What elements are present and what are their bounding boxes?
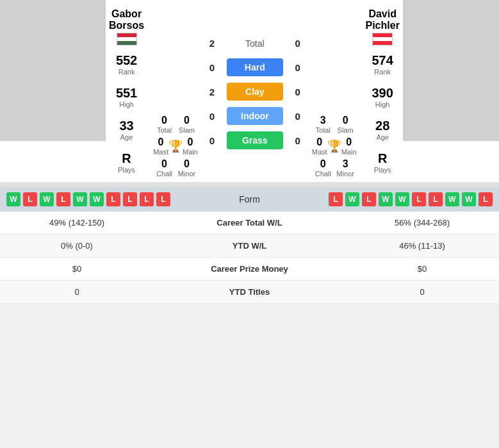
right-player-photo — [403, 0, 499, 141]
stats-row-right-value: 0 — [358, 287, 486, 297]
form-badge-right: L — [329, 192, 343, 206]
form-badge-right: L — [362, 192, 376, 206]
players-section: Gabor Borsos 552 Rank 551 High 33 Age R … — [0, 0, 499, 182]
stats-row-left-value: 49% (142-150) — [13, 218, 141, 228]
total-score-left: 2 — [204, 38, 220, 49]
right-flag-icon — [372, 33, 393, 46]
stats-row-label: YTD W/L — [141, 241, 358, 251]
main-container: Gabor Borsos 552 Rank 551 High 33 Age R … — [0, 0, 499, 304]
stats-row: $0Career Prize Money$0 — [0, 258, 499, 281]
left-plays: R Plays — [109, 146, 144, 179]
left-rank: 552 Rank — [109, 48, 144, 81]
indoor-score-left: 0 — [204, 111, 220, 122]
clay-row: 2 Clay 0 — [204, 83, 306, 101]
hard-button[interactable]: Hard — [227, 58, 283, 76]
stats-row: 49% (142-150)Career Total W/L56% (344-26… — [0, 212, 499, 235]
career-stats-container: 49% (142-150)Career Total W/L56% (344-26… — [0, 212, 499, 304]
form-badge-left: L — [156, 192, 170, 206]
left-high: 551 High — [109, 81, 144, 113]
hard-row: 0 Hard 0 — [204, 58, 306, 76]
form-badges-right: LWLWWLLWWL — [329, 192, 493, 206]
left-player-photo-block — [0, 0, 106, 182]
indoor-score-right: 0 — [290, 111, 306, 122]
right-trophy-icon: 🏆 — [327, 139, 341, 153]
form-badge-left: L — [106, 192, 120, 206]
grass-button[interactable]: Grass — [227, 131, 283, 149]
clay-score-right: 0 — [290, 87, 306, 97]
form-badge-right: W — [395, 192, 409, 206]
form-badge-left: L — [140, 192, 154, 206]
form-badge-left: L — [23, 192, 37, 206]
total-score-right: 0 — [290, 38, 306, 49]
stats-row-label: Career Prize Money — [141, 264, 358, 274]
stats-row-left-value: 0% (0-0) — [13, 241, 141, 251]
total-row: 2 Total 0 — [204, 38, 306, 49]
right-info-block: David Pichler 574 Rank 390 High 28 Age R… — [363, 0, 403, 182]
stats-row: 0% (0-0)YTD W/L46% (11-13) — [0, 235, 499, 258]
form-badge-right: W — [345, 192, 359, 206]
stats-row-label: YTD Titles — [141, 287, 358, 297]
left-age: 33 Age — [109, 113, 144, 146]
form-badge-left: W — [73, 192, 87, 206]
hard-score-right: 0 — [290, 62, 306, 73]
divider — [0, 182, 499, 187]
form-badge-left: W — [90, 192, 104, 206]
form-badges-left: WLWLWWLLLL — [6, 192, 170, 206]
form-badge-right: W — [379, 192, 393, 206]
left-flag-icon — [117, 33, 137, 46]
clay-button[interactable]: Clay — [227, 83, 283, 101]
grass-score-left: 0 — [204, 135, 220, 146]
clay-score-left: 2 — [204, 87, 220, 97]
left-stats-grid: 0Total 0Slam 0Mast 🏆 0Main 0Chall 0Minor — [147, 0, 204, 182]
stats-row-left-value: $0 — [13, 264, 141, 274]
form-badge-right: L — [429, 192, 443, 206]
hard-score-left: 0 — [204, 62, 220, 73]
form-badge-left: W — [6, 192, 20, 206]
indoor-row: 0 Indoor 0 — [204, 107, 306, 125]
stats-row: 0YTD Titles0 — [0, 281, 499, 304]
stats-row-right-value: 46% (11-13) — [358, 241, 486, 251]
form-badge-left: L — [123, 192, 137, 206]
right-player-name: David Pichler — [366, 3, 400, 33]
form-badge-right: W — [462, 192, 476, 206]
stats-row-right-value: 56% (344-268) — [358, 218, 486, 228]
right-plays: R Plays — [366, 146, 400, 179]
stats-row-left-value: 0 — [13, 287, 141, 297]
surfaces-column: 2 Total 0 0 Hard 0 2 Clay 0 0 Indoor 0 — [204, 0, 306, 182]
right-player-photo-block — [403, 0, 499, 182]
form-badge-right: W — [445, 192, 459, 206]
grass-row: 0 Grass 0 — [204, 131, 306, 149]
form-badge-left: L — [56, 192, 70, 206]
indoor-button[interactable]: Indoor — [227, 107, 283, 125]
form-section: WLWLWWLLLL Form LWLWWLLWWL — [0, 187, 499, 212]
left-player-name: Gabor Borsos — [109, 3, 144, 33]
form-badge-right: L — [412, 192, 426, 206]
left-player-photo — [0, 0, 106, 141]
stats-row-right-value: $0 — [358, 264, 486, 274]
grass-score-right: 0 — [290, 135, 306, 146]
right-age: 28 Age — [366, 113, 400, 146]
stats-row-label: Career Total W/L — [141, 218, 358, 228]
form-label: Form — [233, 194, 266, 204]
right-stats-grid: 3Total 0Slam 0Mast 🏆 0Main 0Chall 3Minor — [306, 0, 363, 182]
left-info-block: Gabor Borsos 552 Rank 551 High 33 Age R … — [106, 0, 147, 182]
form-badge-left: W — [40, 192, 54, 206]
form-badge-right: L — [479, 192, 493, 206]
right-high: 390 High — [366, 81, 400, 113]
right-rank: 574 Rank — [366, 48, 400, 81]
total-label: Total — [227, 38, 283, 49]
left-trophy-icon: 🏆 — [168, 139, 183, 153]
